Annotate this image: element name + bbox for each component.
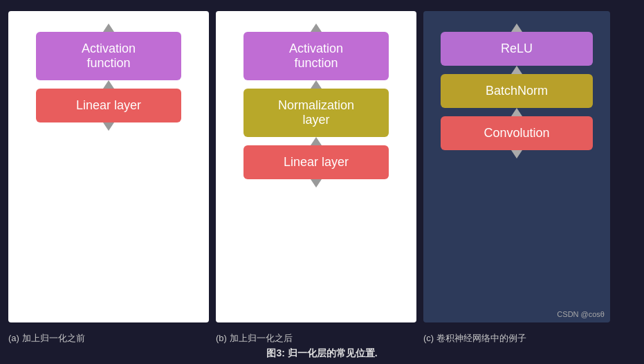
- arrow-top-b: [311, 24, 322, 32]
- arrow-bottom-a: [103, 122, 114, 131]
- arrow-mid1-b: [311, 80, 322, 89]
- block-linear-a: Linear layer: [36, 89, 181, 122]
- block-relu-c: ReLU: [441, 32, 593, 66]
- arrow-mid2-c: [511, 108, 522, 116]
- caption-c: (c) 卷积神经网络中的例子: [423, 332, 610, 345]
- figure-title: 图3: 归一化层的常见位置.: [0, 347, 644, 364]
- caption-b: (b) 加上归一化之后: [216, 332, 416, 345]
- arrow-bottom-c: [511, 150, 522, 158]
- diagram-b: Activationfunction Normalizationlayer Li…: [216, 11, 416, 322]
- block-activation-b: Activationfunction: [243, 32, 389, 80]
- diagram-c: ReLU BatchNorm Convolution CSDN @cosθ: [423, 11, 610, 322]
- arrow-top-a: [103, 24, 114, 32]
- block-conv-c: Convolution: [441, 116, 593, 150]
- arrow-mid1-c: [511, 66, 522, 74]
- block-norm-b: Normalizationlayer: [243, 89, 389, 137]
- block-linear-b: Linear layer: [243, 145, 389, 179]
- arrow-top-c: [511, 24, 522, 32]
- arrow-bottom-b: [311, 179, 322, 188]
- caption-a: (a) 加上归一化之前: [8, 332, 209, 345]
- block-activation-a: Activationfunction: [36, 32, 181, 80]
- arrow-mid-a: [103, 80, 114, 89]
- diagram-a: Activationfunction Linear layer: [8, 11, 209, 322]
- arrow-mid2-b: [311, 137, 322, 145]
- block-batchnorm-c: BatchNorm: [441, 74, 593, 108]
- watermark: CSDN @cosθ: [557, 310, 605, 318]
- captions: (a) 加上归一化之前 (b) 加上归一化之后 (c) 卷积神经网络中的例子: [0, 328, 644, 347]
